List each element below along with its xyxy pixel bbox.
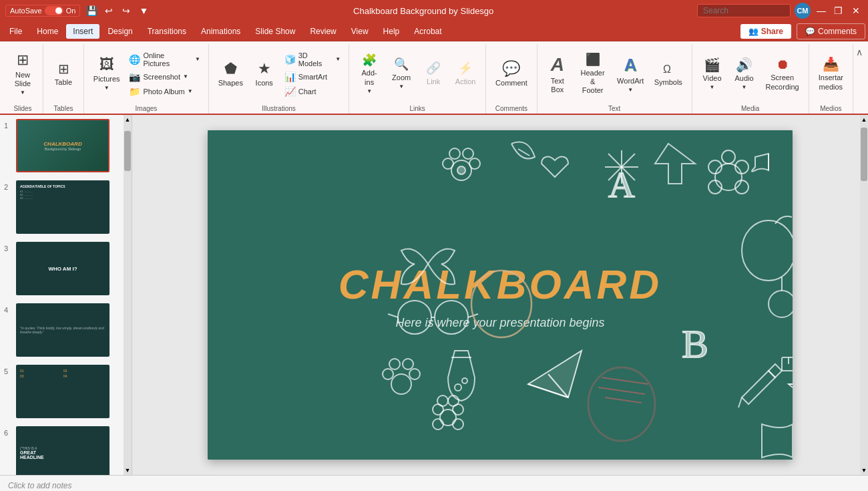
menu-view[interactable]: View bbox=[345, 24, 375, 39]
svg-point-31 bbox=[403, 359, 413, 369]
autosave-badge[interactable]: AutoSave On bbox=[5, 5, 80, 17]
slide-thumbnail-5[interactable]: 01 02 03 04 bbox=[16, 365, 110, 418]
link-icon: 🔗 bbox=[426, 61, 441, 76]
save-icon[interactable]: 💾 bbox=[85, 5, 97, 17]
menu-home[interactable]: Home bbox=[30, 24, 65, 39]
slide-thumbnail-2[interactable]: AGENDA/TABLE OF TOPICS 01 ............ 0… bbox=[16, 180, 110, 234]
link-button[interactable]: 🔗 Link bbox=[419, 49, 448, 99]
menu-slideshow[interactable]: Slide Show bbox=[248, 24, 302, 39]
slide-thumbnail-3[interactable]: WHO AM I? bbox=[16, 242, 110, 295]
slide-thumbnail-1[interactable]: CHALKBOARD Background by Slidesgo bbox=[16, 119, 110, 172]
undo-icon[interactable]: ↩ bbox=[103, 5, 115, 17]
chart-label: Chart bbox=[298, 88, 316, 96]
textbox-label: TextBox bbox=[551, 77, 564, 94]
wordart-icon: A bbox=[624, 55, 637, 75]
menu-file[interactable]: File bbox=[3, 24, 29, 39]
svg-point-16 bbox=[722, 150, 735, 164]
search-input[interactable] bbox=[697, 4, 791, 17]
menu-acrobat[interactable]: Acrobat bbox=[407, 24, 448, 39]
wordart-label: WordArt bbox=[617, 77, 644, 86]
title-bar: AutoSave On 💾 ↩ ↪ ▼ Chalkboard Backgroun… bbox=[0, 0, 868, 21]
avatar[interactable]: CM bbox=[795, 3, 811, 19]
minimize-button[interactable]: — bbox=[815, 4, 828, 17]
canvas-area: B A bbox=[132, 115, 868, 475]
close-button[interactable]: ✕ bbox=[849, 4, 863, 17]
action-label: Action bbox=[455, 77, 476, 86]
comments-icon: 💬 bbox=[805, 27, 815, 36]
table-button[interactable]: ⊞ Table bbox=[49, 49, 78, 99]
slide-thumbnail-4[interactable]: "In quotes: Think boldly, live simply, d… bbox=[16, 303, 110, 357]
svg-point-19 bbox=[398, 301, 431, 334]
canvas-scroll-down[interactable]: ▼ bbox=[860, 466, 868, 475]
customize-icon[interactable]: ▼ bbox=[138, 5, 150, 17]
comment-button[interactable]: 💬 Comment bbox=[491, 49, 531, 99]
menu-transitions[interactable]: Transitions bbox=[141, 24, 193, 39]
pictures-icon: 🖼 bbox=[99, 56, 114, 73]
canvas-scroll-thumb[interactable] bbox=[861, 128, 867, 181]
symbols-button[interactable]: Ω Symbols bbox=[650, 49, 686, 99]
screen-recording-label: ScreenRecording bbox=[766, 73, 799, 91]
ribbon-collapse-button[interactable]: ∧ bbox=[853, 45, 865, 59]
ribbon-group-medios: 📥 Insertarmedios Medios bbox=[809, 44, 853, 114]
icons-button[interactable]: ★ Icons bbox=[250, 49, 279, 99]
zoom-label: Zoom bbox=[392, 73, 411, 82]
zoom-button[interactable]: 🔍 Zoom ▼ bbox=[387, 49, 416, 99]
autosave-toggle[interactable] bbox=[45, 6, 63, 15]
scrollbar-up-arrow[interactable]: ▲ bbox=[124, 115, 132, 124]
slide-thumb-3[interactable]: 3 WHO AM I? bbox=[0, 238, 132, 299]
images-group-label: Images bbox=[136, 104, 158, 114]
photo-album-button[interactable]: 📁 Photo Album ▼ bbox=[126, 85, 202, 98]
3d-models-button[interactable]: 🧊 3D Models ▼ bbox=[282, 50, 343, 69]
notes-placeholder: Click to add notes bbox=[8, 481, 71, 490]
smartart-icon: 📊 bbox=[284, 71, 296, 82]
chart-button[interactable]: 📈 Chart bbox=[282, 85, 343, 98]
share-label: Share bbox=[761, 27, 783, 36]
screenshot-button[interactable]: 📷 Screenshot ▼ bbox=[126, 70, 202, 84]
menu-animations[interactable]: Animations bbox=[194, 24, 247, 39]
shapes-button[interactable]: ⬟ Shapes bbox=[214, 49, 247, 99]
textbox-button[interactable]: A TextBox bbox=[543, 49, 572, 99]
slide-thumbnail-6[interactable]: {"THIS IS A GREATHEADLINE bbox=[16, 426, 110, 475]
svg-point-58 bbox=[437, 395, 448, 406]
slide-thumb-6[interactable]: 6 {"THIS IS A GREATHEADLINE bbox=[0, 422, 132, 475]
pictures-button[interactable]: 🖼 Pictures ▼ bbox=[89, 49, 124, 99]
svg-line-34 bbox=[738, 397, 742, 407]
svg-text:Ω: Ω bbox=[663, 63, 671, 75]
scrollbar-thumb[interactable] bbox=[124, 131, 131, 171]
menu-insert[interactable]: Insert bbox=[66, 24, 99, 39]
scrollbar-down-arrow[interactable]: ▼ bbox=[124, 466, 132, 475]
table-label: Table bbox=[55, 78, 72, 87]
audio-button[interactable]: 🔊 Audio ▼ bbox=[730, 49, 759, 99]
smartart-button[interactable]: 📊 SmartArt bbox=[282, 70, 343, 84]
restore-button[interactable]: ❐ bbox=[832, 4, 845, 17]
video-button[interactable]: 🎬 Video ▼ bbox=[698, 49, 727, 99]
new-slide-button[interactable]: ⊞ NewSlide ▼ bbox=[8, 49, 37, 99]
3d-models-icon: 🧊 bbox=[284, 54, 296, 65]
insertar-medios-button[interactable]: 📥 Insertarmedios bbox=[815, 49, 847, 99]
canvas-scroll-up[interactable]: ▲ bbox=[860, 115, 868, 124]
header-footer-button[interactable]: ⬛ Header& Footer bbox=[575, 49, 611, 99]
svg-point-28 bbox=[383, 369, 393, 379]
slide-thumb-2[interactable]: 2 AGENDA/TABLE OF TOPICS 01 ............… bbox=[0, 176, 132, 238]
slide-canvas[interactable]: B A bbox=[208, 130, 793, 460]
share-button[interactable]: 👥 Share bbox=[740, 24, 791, 39]
svg-point-5 bbox=[463, 148, 473, 159]
addins-button[interactable]: 🧩 Add-ins ▼ bbox=[355, 49, 384, 99]
slide-thumb-5[interactable]: 5 01 02 03 04 bbox=[0, 361, 132, 422]
menu-help[interactable]: Help bbox=[377, 24, 407, 39]
online-pictures-button[interactable]: 🌐 Online Pictures ▼ bbox=[126, 50, 202, 69]
redo-icon[interactable]: ↪ bbox=[120, 5, 132, 17]
slide-thumb-4[interactable]: 4 "In quotes: Think boldly, live simply,… bbox=[0, 299, 132, 361]
screen-recording-button[interactable]: ⏺ ScreenRecording bbox=[762, 49, 803, 99]
title-bar-right: CM — ❐ ✕ bbox=[697, 3, 863, 19]
svg-text:B: B bbox=[682, 322, 708, 366]
menu-review[interactable]: Review bbox=[303, 24, 343, 39]
wordart-button[interactable]: A WordArt ▼ bbox=[613, 49, 648, 99]
photo-album-label: Photo Album bbox=[143, 88, 184, 96]
action-button[interactable]: ⚡ Action bbox=[451, 49, 480, 99]
pictures-arrow: ▼ bbox=[104, 85, 110, 92]
menu-design[interactable]: Design bbox=[101, 24, 139, 39]
comments-button[interactable]: 💬 Comments bbox=[797, 23, 865, 39]
slide-thumb-1[interactable]: 1 CHALKBOARD Background by Slidesgo bbox=[0, 115, 132, 176]
notes-bar[interactable]: Click to add notes bbox=[0, 475, 868, 491]
